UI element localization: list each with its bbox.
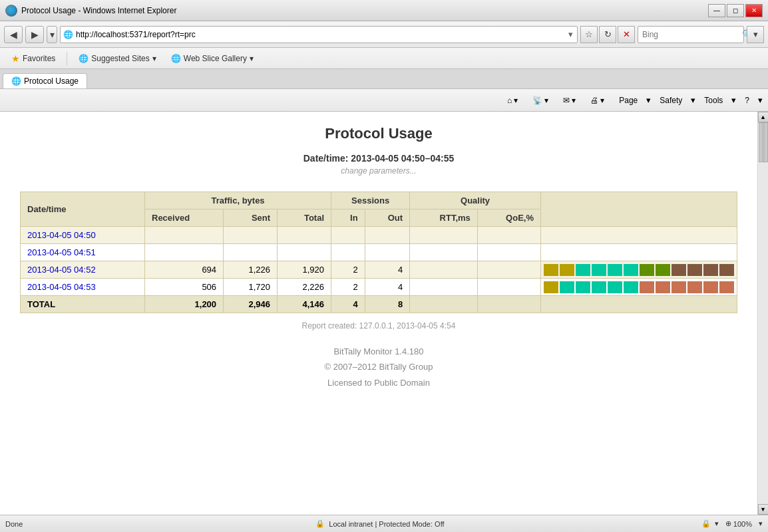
datetime-label: Date/time: (303, 153, 349, 164)
th-total: Total (278, 209, 331, 227)
th-sessions: Sessions (331, 192, 410, 209)
web-slice-gallery-button[interactable]: 🌐 Web Slice Gallery ▾ (165, 52, 260, 65)
address-input-wrap: 🌐 ▾ (60, 26, 578, 43)
back-button[interactable]: ◀ (4, 26, 23, 43)
cell-sessions_in: 2 (331, 261, 365, 279)
bar-segment (656, 281, 670, 293)
fav-separator (67, 52, 67, 65)
cell-sent: 1,226 (224, 261, 278, 279)
cell-bar (541, 244, 737, 261)
cell-datetime[interactable]: 2013-04-05 04:51 (21, 244, 145, 261)
cell-sessions_in: 4 (331, 296, 365, 313)
scroll-down-button[interactable]: ▼ (758, 504, 769, 515)
zoom-button[interactable]: ⊕ 100% (723, 518, 755, 529)
th-sessions-out: Out (365, 209, 409, 227)
main-area: Protocol Usage Date/time: 2013-04-05 04:… (0, 112, 768, 515)
read-mail-button[interactable]: ✉ ▾ (557, 93, 582, 108)
favorites-bar: ★ Favorites 🌐 Suggested Sites ▾ 🌐 Web Sl… (0, 48, 768, 69)
minimize-button[interactable]: — (708, 4, 725, 17)
tab-label: Protocol Usage (24, 76, 79, 86)
cell-rtt (410, 261, 478, 279)
bar-segment (640, 264, 654, 276)
home-button[interactable]: ⌂ ▾ (501, 93, 524, 108)
footer-license: Licensed to Public Domain (20, 375, 737, 390)
mail-dropdown: ▾ (572, 96, 576, 105)
th-datetime: Date/time (21, 192, 145, 227)
cell-datetime[interactable]: 2013-04-05 04:50 (21, 227, 145, 244)
print-icon: 🖨 (590, 96, 598, 105)
safety-button[interactable]: Safety (654, 93, 688, 108)
cell-sessions_in (331, 227, 365, 244)
forward-button[interactable]: ▶ (25, 26, 44, 43)
scroll-up-button[interactable]: ▲ (758, 112, 769, 122)
bar-segment (576, 281, 590, 293)
page-button[interactable]: Page (613, 93, 644, 108)
cell-sessions_out: 4 (365, 279, 409, 296)
bar-segment (624, 281, 638, 293)
address-dropdown-icon[interactable]: ▾ (567, 28, 574, 41)
favorites-button[interactable]: ★ Favorites (5, 51, 61, 66)
suggested-sites-button[interactable]: 🌐 Suggested Sites ▾ (73, 52, 162, 65)
cell-datetime[interactable]: 2013-04-05 04:53 (21, 279, 145, 296)
th-quality: Quality (410, 192, 541, 209)
tools-button[interactable]: Tools (698, 93, 729, 108)
cell-sessions_in (331, 244, 365, 261)
address-bar: ◀ ▶ ▾ 🌐 ▾ ☆ ↻ ✕ 🔍 ▾ (0, 21, 768, 48)
refresh-button[interactable]: ↻ (599, 26, 616, 43)
zoom-icon: ⊕ (725, 519, 731, 528)
cell-received: 694 (145, 261, 224, 279)
search-input[interactable] (642, 30, 742, 39)
status-done: Done (5, 520, 59, 528)
active-tab[interactable]: 🌐 Protocol Usage (3, 73, 87, 88)
web-slice-dropdown-icon: ▾ (250, 54, 254, 63)
cell-bar (541, 296, 737, 313)
window-title: Protocol Usage - Windows Internet Explor… (21, 6, 176, 15)
cell-bar (541, 227, 737, 244)
status-security: 🔒 Local intranet | Protected Mode: Off (59, 519, 701, 528)
cell-qoe (477, 261, 540, 279)
scroll-thumb[interactable] (759, 122, 768, 162)
restore-button[interactable]: ◻ (727, 4, 744, 17)
status-bar: Done 🔒 Local intranet | Protected Mode: … (0, 515, 768, 532)
print-button[interactable]: 🖨 ▾ (584, 93, 610, 108)
cell-bar (541, 279, 737, 296)
report-datetime: Date/time: 2013-04-05 04:50–04:55 (20, 153, 737, 164)
cell-sent: 1,720 (224, 279, 278, 296)
scroll-track (759, 122, 768, 504)
stop-button[interactable]: ✕ (618, 26, 635, 43)
search-options-button[interactable]: ▾ (747, 26, 764, 43)
cell-datetime[interactable]: 2013-04-05 04:52 (21, 261, 145, 279)
report-title: Protocol Usage (20, 125, 737, 142)
bar-segment (576, 264, 590, 276)
bar-segment (608, 264, 622, 276)
bar-segment (640, 281, 654, 293)
title-bar: 🌐 Protocol Usage - Windows Internet Expl… (0, 0, 768, 21)
window-icon: 🌐 (5, 5, 17, 17)
security-label: Local intranet | Protected Mode: Off (329, 520, 444, 528)
cell-qoe (477, 244, 540, 261)
cell-received (145, 227, 224, 244)
cell-qoe (477, 296, 540, 313)
address-icon: 🌐 (63, 30, 73, 39)
tab-bar: 🌐 Protocol Usage (0, 69, 768, 89)
cell-total (278, 227, 331, 244)
cell-total (278, 244, 331, 261)
address-input[interactable] (76, 30, 567, 39)
feeds-button[interactable]: 📡 ▾ (526, 93, 554, 108)
help-button[interactable]: ? (739, 93, 755, 108)
bar-segment (719, 281, 734, 293)
cell-sessions_out (365, 244, 409, 261)
cell-qoe (477, 279, 540, 296)
tab-icon: 🌐 (11, 76, 21, 86)
close-button[interactable]: ✕ (745, 4, 763, 17)
change-params-link[interactable]: change parameters... (20, 166, 737, 176)
bar-segment (592, 264, 606, 276)
suggested-sites-label: Suggested Sites (91, 54, 149, 63)
cell-rtt (410, 227, 478, 244)
nav-dropdown-button[interactable]: ▾ (47, 26, 57, 43)
th-rtt: RTT,ms (410, 209, 478, 227)
address-actions: ☆ ↻ ✕ (580, 26, 635, 43)
cell-sent: 2,946 (224, 296, 278, 313)
cell-total: 4,146 (278, 296, 331, 313)
add-to-favorites-button[interactable]: ☆ (580, 26, 598, 43)
